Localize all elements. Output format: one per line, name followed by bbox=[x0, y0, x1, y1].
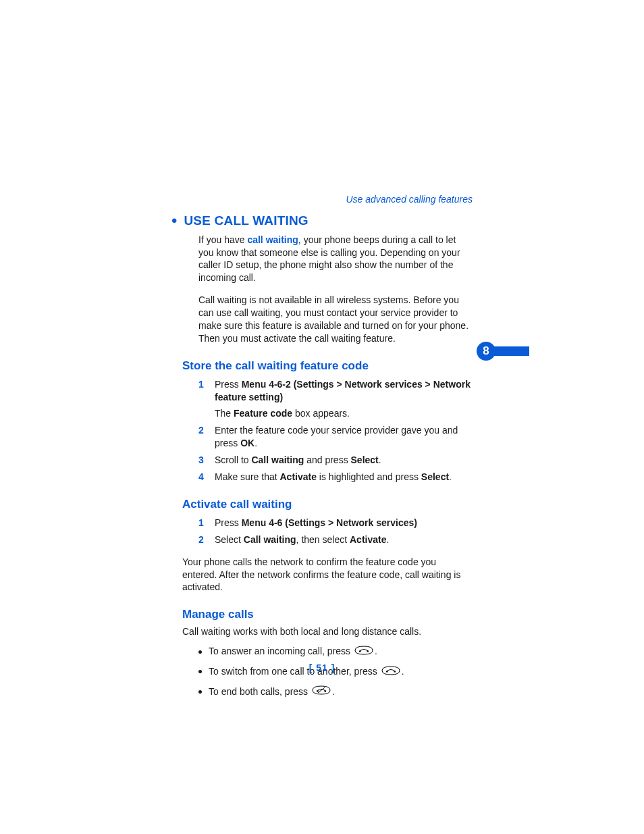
running-head: Use advanced calling features bbox=[346, 193, 473, 206]
page: Use advanced calling features 8 • USE CA… bbox=[0, 0, 644, 834]
chapter-tab: 8 bbox=[477, 342, 529, 361]
text: . bbox=[449, 471, 452, 482]
text: To end both calls, press bbox=[209, 686, 311, 697]
step-text: Scroll to Call waiting and press Select. bbox=[215, 454, 473, 467]
text: . bbox=[254, 438, 257, 448]
text: Scroll to bbox=[215, 454, 251, 465]
step-text: Enter the feature code your service prov… bbox=[215, 424, 473, 450]
text: The bbox=[215, 408, 234, 419]
bullet-icon bbox=[198, 650, 202, 654]
text-bold: Call waiting bbox=[244, 534, 296, 545]
text: . bbox=[379, 454, 381, 465]
heading-1-row: • USE CALL WAITING bbox=[171, 212, 473, 230]
heading-1: USE CALL WAITING bbox=[184, 212, 308, 230]
step-number: 4 bbox=[198, 471, 207, 484]
heading-store-feature-code: Store the call waiting feature code bbox=[182, 359, 473, 374]
text: and press bbox=[304, 454, 350, 465]
chapter-tab-bar bbox=[490, 346, 529, 356]
step-text: Press Menu 4-6-2 (Settings > Network ser… bbox=[215, 378, 473, 404]
step-text: Select Call waiting, then select Activat… bbox=[215, 533, 473, 546]
bullet-icon: • bbox=[171, 213, 177, 229]
activate-steps: 1 Press Menu 4-6 (Settings > Network ser… bbox=[182, 517, 473, 546]
list-item: 2 Select Call waiting, then select Activ… bbox=[182, 533, 473, 546]
call-waiting-term: call waiting bbox=[247, 234, 298, 245]
heading-manage-calls: Manage calls bbox=[182, 607, 473, 623]
intro-paragraph-2: Call waiting is not available in all wir… bbox=[198, 294, 473, 345]
text: box appears. bbox=[292, 408, 350, 419]
step-number: 1 bbox=[198, 378, 207, 404]
text: Press bbox=[215, 379, 242, 390]
list-item: 4 Make sure that Activate is highlighted… bbox=[182, 471, 473, 484]
text-bold: Activate bbox=[350, 534, 386, 545]
text-bold: OK bbox=[240, 438, 254, 448]
text-bold: Select bbox=[421, 471, 449, 482]
text: . bbox=[375, 646, 377, 656]
text-bold: Menu 4-6-2 (Settings > Network services … bbox=[215, 379, 471, 402]
svg-rect-4 bbox=[317, 691, 319, 692]
text-bold: Menu 4-6 (Settings > Network services) bbox=[242, 517, 417, 528]
text: If you have bbox=[198, 234, 247, 245]
step-text: Make sure that Activate is highlighted a… bbox=[215, 471, 473, 484]
svg-rect-0 bbox=[359, 651, 361, 652]
list-item: 1 Press Menu 4-6 (Settings > Network ser… bbox=[182, 517, 473, 529]
activate-result: Your phone calls the network to confirm … bbox=[182, 556, 473, 594]
text-bold: Call waiting bbox=[251, 454, 304, 465]
step-text: Press Menu 4-6 (Settings > Network servi… bbox=[215, 517, 473, 529]
text-bold: Activate bbox=[280, 471, 317, 482]
store-steps-cont: 2 Enter the feature code your service pr… bbox=[182, 424, 473, 484]
list-item: 2 Enter the feature code your service pr… bbox=[182, 424, 473, 450]
text: is highlighted and press bbox=[317, 471, 421, 482]
list-item: To end both calls, press . bbox=[182, 685, 473, 699]
bullet-text: To end both calls, press . bbox=[209, 685, 335, 699]
text: Select bbox=[215, 534, 244, 545]
svg-rect-1 bbox=[367, 651, 369, 652]
list-item: 3 Scroll to Call waiting and press Selec… bbox=[182, 454, 473, 467]
talk-key-icon bbox=[354, 646, 374, 658]
list-item: 1 Press Menu 4-6-2 (Settings > Network s… bbox=[182, 378, 473, 404]
text: Press bbox=[215, 517, 242, 528]
text: Make sure that bbox=[215, 471, 280, 482]
svg-rect-5 bbox=[324, 691, 326, 692]
text: , then select bbox=[296, 534, 350, 545]
chapter-number-badge: 8 bbox=[477, 342, 495, 361]
text: . bbox=[332, 686, 335, 697]
heading-activate-call-waiting: Activate call waiting bbox=[182, 497, 473, 513]
bullet-text: To answer an incoming call, press . bbox=[209, 645, 377, 658]
step-number: 3 bbox=[198, 454, 207, 467]
manage-intro: Call waiting works with both local and l… bbox=[182, 625, 473, 638]
page-number: [ 51 ] bbox=[0, 662, 644, 675]
step-sub-text: The Feature code box appears. bbox=[215, 407, 473, 420]
step-number: 2 bbox=[198, 533, 207, 546]
text: . bbox=[386, 534, 389, 545]
end-key-icon bbox=[311, 685, 331, 698]
intro-paragraph-1: If you have call waiting, your phone bee… bbox=[198, 234, 473, 285]
text-bold: Select bbox=[351, 454, 379, 465]
text: To answer an incoming call, press bbox=[209, 646, 353, 656]
list-item: To answer an incoming call, press . bbox=[182, 645, 473, 658]
store-steps: 1 Press Menu 4-6-2 (Settings > Network s… bbox=[182, 378, 473, 404]
text-bold: Feature code bbox=[234, 408, 292, 419]
step-number: 2 bbox=[198, 424, 207, 450]
step-number: 1 bbox=[198, 517, 207, 529]
bullet-icon bbox=[198, 690, 202, 694]
